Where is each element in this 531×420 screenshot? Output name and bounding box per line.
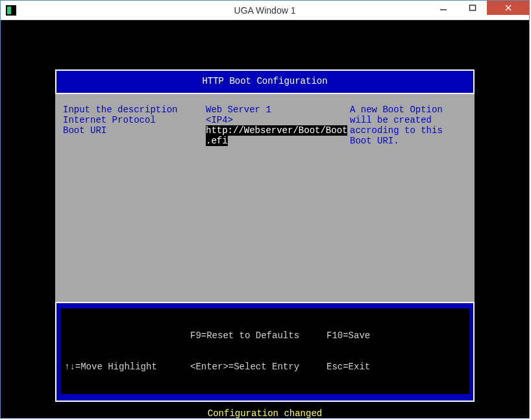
help-line1: A new Boot Option [350, 105, 467, 115]
bios-header-title: HTTP Boot Configuration [202, 76, 327, 86]
key-move-highlight: ↑↓=Move Highlight [64, 362, 190, 372]
footer-col1: ↑↓=Move Highlight [60, 310, 190, 393]
status-message: Configuration changed [55, 402, 475, 419]
values-column: Web Server 1 <IP4> http://Webserver/Boot… [206, 105, 350, 295]
key-exit: Esc=Exit [327, 362, 469, 372]
label-boot-uri: Boot URI [63, 125, 206, 136]
bios-footer: ↑↓=Move Highlight F9=Reset to Defaults <… [55, 302, 475, 402]
help-column: A new Boot Option will be created accrod… [350, 105, 467, 295]
maximize-button[interactable] [458, 1, 487, 15]
help-line2: will be created [350, 115, 467, 125]
app-window: UGA Window 1 HTTP Boot Configuration [0, 0, 530, 419]
maximize-icon [469, 4, 476, 12]
label-description: Input the description [63, 105, 206, 115]
value-boot-uri-line1[interactable]: http://Webserver/Boot/Boot [206, 125, 350, 136]
key-reset-defaults: F9=Reset to Defaults [190, 330, 327, 341]
bios-content: Input the description Internet Protocol … [55, 94, 475, 302]
minimize-button[interactable] [428, 1, 458, 15]
minimize-icon [439, 4, 447, 12]
svg-rect-1 [469, 5, 475, 10]
help-line3: accroding to this [350, 125, 467, 136]
label-protocol: Internet Protocol [63, 115, 206, 125]
footer-keys: ↑↓=Move Highlight F9=Reset to Defaults <… [60, 308, 469, 394]
app-icon [6, 5, 16, 16]
footer-col3: F10=Save Esc=Exit [327, 310, 469, 393]
help-line4: Boot URI. [350, 136, 467, 146]
value-description[interactable]: Web Server 1 [206, 105, 350, 115]
bios-ui: HTTP Boot Configuration Input the descri… [10, 69, 520, 420]
window-controls [428, 1, 529, 15]
close-icon [504, 4, 512, 12]
value-protocol[interactable]: <IP4> [206, 115, 350, 125]
close-button[interactable] [487, 1, 529, 15]
key-save: F10=Save [327, 330, 469, 341]
footer-col2: F9=Reset to Defaults <Enter>=Select Entr… [190, 310, 327, 393]
key-select-entry: <Enter>=Select Entry [190, 362, 327, 372]
value-boot-uri-line2[interactable]: .efi [206, 136, 350, 146]
screen: HTTP Boot Configuration Input the descri… [1, 20, 529, 418]
titlebar[interactable]: UGA Window 1 [1, 1, 529, 20]
bios-header: HTTP Boot Configuration [55, 69, 475, 94]
labels-column: Input the description Internet Protocol … [63, 105, 206, 295]
